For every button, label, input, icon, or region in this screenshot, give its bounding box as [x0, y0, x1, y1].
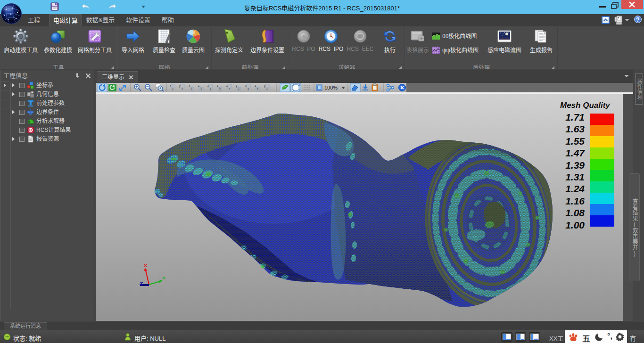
svg-text:x: x [189, 84, 190, 87]
svg-text:x: x [182, 87, 183, 90]
svg-text:y: y [210, 87, 212, 90]
svg-text:z: z [198, 84, 199, 87]
svg-text:y: y [248, 87, 249, 90]
svg-text:100%: 100% [324, 85, 338, 90]
svg-text:z: z [266, 87, 268, 90]
svg-text:z: z [172, 87, 173, 90]
svg-text:x: x [229, 87, 231, 90]
svg-text:z: z [217, 84, 218, 87]
svg-text:z: z [255, 84, 256, 87]
